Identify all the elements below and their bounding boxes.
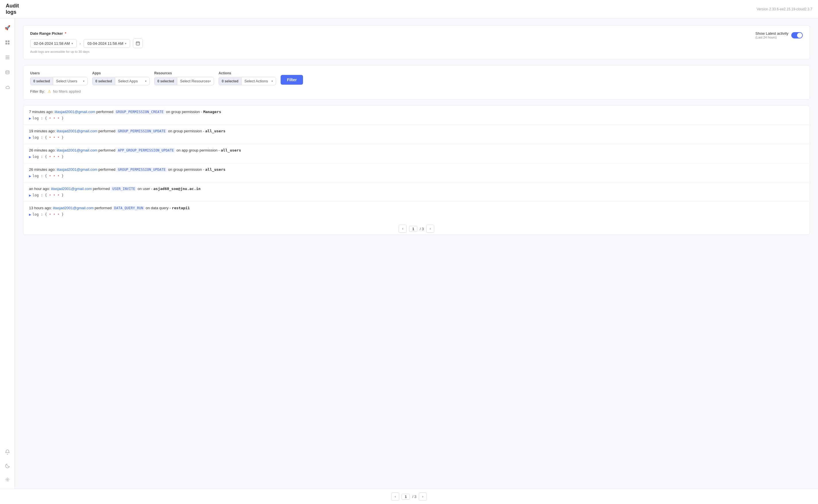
expand-triangle-icon: ▶ [29,116,31,121]
log-entry: 13 hours ago: iitasjad2001@gmail.com per… [23,202,810,221]
log-expand-toggle[interactable]: ▶ log : { • • • } [29,154,804,160]
users-select-inner: Select Users ▾ [53,77,87,85]
log-user: iitasjad2001@gmail.com [57,167,97,172]
resources-filter-select[interactable]: 0 selected Select Resources ▾ [154,77,214,85]
filter-by-row: Filter By: ⚠ No filters applied [30,89,803,94]
resources-filter-badge: 0 selected [154,77,177,85]
log-entry: 26 minutes ago: iitasjad2001@gmail.com p… [23,144,810,163]
sidebar-item-settings[interactable] [3,475,12,484]
svg-rect-2 [5,43,7,44]
users-filter-badge: 0 selected [30,77,53,85]
svg-rect-4 [5,56,9,56]
log-user: iitasjad2001@gmail.com [55,110,95,114]
no-filters-indicator: ⚠ No filters applied [48,89,81,94]
actions-filter-select[interactable]: 0 selected Select Actions ▾ [218,77,276,85]
date-range-hint: Audit logs are accessible for up to 30 d… [30,50,143,53]
log-entry: an hour ago: iitasjad2001@gmail.com perf… [23,183,810,202]
users-filter-group: Users 0 selected Select Users ▾ [30,71,88,85]
apps-select-inner: Select Apps ▾ [115,77,149,85]
log-entry: 19 minutes ago: iitasjad2001@gmail.com p… [23,125,810,144]
warning-icon: ⚠ [48,89,51,94]
end-date-chevron-icon: ▾ [125,42,126,45]
show-latest-sub-label: (Last 24 hours) [755,36,788,39]
sidebar-item-cloud[interactable] [3,83,12,92]
log-expand-toggle[interactable]: ▶ log : { • • • } [29,173,804,179]
date-range-section: Date Range Picker * 02-04-2024 11:58 AM … [23,25,810,59]
filter-button[interactable]: Filter [280,75,303,85]
apps-filter-group: Apps 0 selected Select Apps ▾ [92,71,150,85]
bottom-pagination-current: 1 [401,494,410,500]
sidebar-item-list[interactable] [3,53,12,62]
log-entry: 26 minutes ago: iitasjad2001@gmail.com p… [23,163,810,183]
resources-filter-group: Resources 0 selected Select Resources ▾ [154,71,214,85]
filters-row: Users 0 selected Select Users ▾ Apps 0 s… [30,71,803,85]
svg-rect-9 [136,42,140,45]
sidebar-item-database[interactable] [3,68,12,77]
actions-filter-badge: 0 selected [219,77,241,85]
log-expand-toggle[interactable]: ▶ log : { • • • } [29,116,804,121]
log-time: 26 minutes ago: [29,148,56,152]
logs-section: 7 minutes ago: iitasjad2001@gmail.com pe… [23,105,810,235]
users-chevron-icon: ▾ [83,80,84,83]
bottom-pagination-next-button[interactable]: › [419,493,427,501]
svg-rect-1 [8,40,9,42]
users-filter-label: Users [30,71,88,75]
svg-rect-5 [5,57,9,58]
bottom-pagination-prev-button[interactable]: ‹ [391,493,399,501]
pagination-total: / 3 [420,227,424,231]
log-action: APP_GROUP_PERMISSION_UPDATE [116,148,175,153]
filters-section: Users 0 selected Select Users ▾ Apps 0 s… [23,65,810,100]
pagination-next-button[interactable]: › [426,225,434,233]
svg-rect-3 [8,43,9,44]
apps-filter-select[interactable]: 0 selected Select Apps ▾ [92,77,150,85]
log-action: USER_INVITE [111,187,136,191]
sidebar-item-grid[interactable] [3,38,12,47]
expand-triangle-icon: ▶ [29,155,31,159]
log-expand-toggle[interactable]: ▶ log : { • • • } [29,135,804,140]
pagination: ‹ 1 / 3 › [23,221,810,234]
date-separator: › [80,41,81,46]
show-latest-toggle-group: Show Latest activity (Last 24 hours) [755,31,803,39]
expand-triangle-icon: ▶ [29,212,31,217]
apps-filter-label: Apps [92,71,150,75]
pagination-prev-button[interactable]: ‹ [398,225,407,233]
sidebar-item-rocket[interactable]: 🚀 [3,23,12,32]
calendar-icon-button[interactable] [133,38,143,48]
log-action: GROUP_PERMISSION_CREATE [114,110,165,114]
log-expand-toggle[interactable]: ▶ log : { • • • } [29,193,804,198]
sidebar-item-bell[interactable] [3,447,12,457]
expand-triangle-icon: ▶ [29,135,31,140]
users-filter-select[interactable]: 0 selected Select Users ▾ [30,77,88,85]
pagination-current-page: 1 [409,226,417,232]
log-user: iitasjad2001@gmail.com [51,187,92,191]
toggle-knob [797,33,802,38]
sidebar: 🚀 [0,18,15,489]
resources-chevron-icon: ▾ [209,80,211,83]
actions-chevron-icon: ▾ [271,80,273,83]
end-date-picker[interactable]: 03-04-2024 11:58 AM ▾ [84,39,130,48]
bottom-pagination-bar: ‹ 1 / 3 › [0,489,818,504]
page-title: Auditlogs [6,3,19,15]
main-content: Date Range Picker * 02-04-2024 11:58 AM … [15,18,818,489]
log-action: DATA_QUERY_RUN [113,206,144,210]
topbar: Auditlogs Version 2.33.6-ee2.15.19-cloud… [0,0,818,18]
log-time: an hour ago: [29,187,50,191]
start-date-picker[interactable]: 02-04-2024 11:58 AM ▾ [30,39,77,48]
log-time: 7 minutes ago: [29,110,53,114]
apps-filter-badge: 0 selected [92,77,115,85]
log-expand-toggle[interactable]: ▶ log : { • • • } [29,212,804,217]
show-latest-label: Show Latest activity [755,31,788,36]
log-time: 19 minutes ago: [29,129,56,133]
version-label: Version 2.33.6-ee2.15.19-cloud2.3.7 [757,7,812,11]
actions-select-inner: Select Actions ▾ [241,77,276,85]
sidebar-item-moon[interactable] [3,461,12,470]
log-user: iitasjad2001@gmail.com [57,129,97,133]
log-user: iitasjad2001@gmail.com [53,206,94,210]
log-time: 13 hours ago: [29,206,52,210]
date-range-label: Date Range Picker * [30,31,143,36]
expand-triangle-icon: ▶ [29,193,31,198]
log-time: 26 minutes ago: [29,167,56,172]
svg-rect-6 [5,59,9,59]
log-entry: 7 minutes ago: iitasjad2001@gmail.com pe… [23,106,810,125]
show-latest-toggle[interactable] [791,32,803,38]
